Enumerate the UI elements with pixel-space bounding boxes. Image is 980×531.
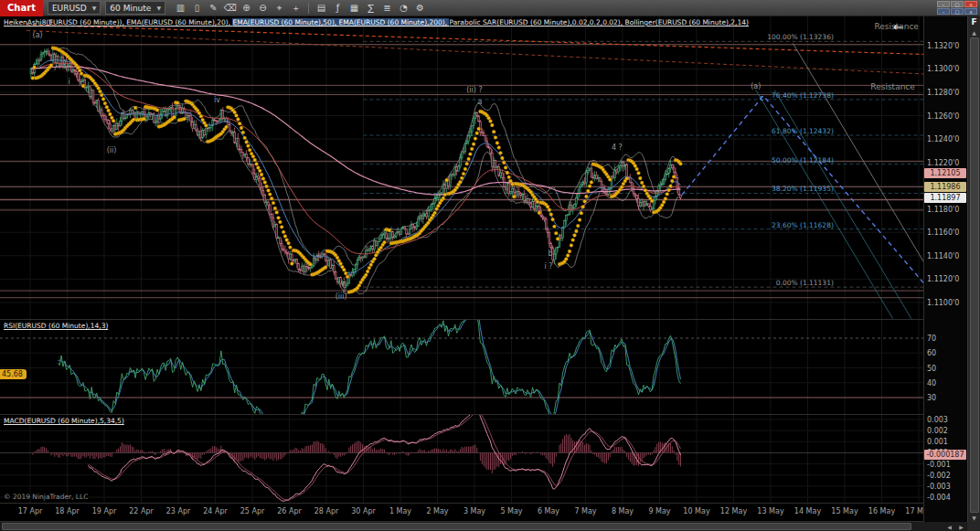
parabolic-sar-layer: [31, 47, 682, 294]
time-tick-label: 12 May: [720, 507, 747, 515]
bar-type-icon[interactable]: ▯: [189, 1, 205, 15]
go-to-last-bar-icon[interactable]: ←: [893, 21, 903, 33]
macd-label[interactable]: MACD(EURUSD (60 Minute),5,34,5): [4, 417, 124, 425]
rsi-value-badge: 45.68: [0, 369, 27, 379]
fixed-scale-indicator[interactable]: F: [971, 16, 976, 28]
time-tick-label: 24 Apr: [203, 507, 228, 515]
time-tick-label: 7 May: [574, 507, 596, 515]
price-badge: 1.11897: [924, 193, 966, 203]
indicator-label[interactable]: HeikenAshi8(EURUSD (60 Minute)), EMA(EUR…: [4, 18, 749, 27]
svg-text:(a): (a): [33, 31, 43, 39]
macd-tick-label: -0.002: [927, 472, 951, 480]
time-tick-label: 15 May: [831, 507, 858, 515]
svg-text:v: v: [341, 280, 346, 288]
eraser-icon[interactable]: ⌫: [222, 1, 238, 15]
indicator-label-segment[interactable]: EMA(EURUSD (60 Minute),20),: [126, 18, 232, 27]
macd-chart-canvas[interactable]: [0, 415, 923, 504]
app-window-controls: –□×: [937, 1, 977, 7]
chart-window-controls: –□×: [937, 8, 977, 15]
chart-restore-button[interactable]: □: [951, 8, 964, 15]
time-tick-label: 18 Apr: [55, 507, 80, 515]
print-icon[interactable]: ▤: [314, 1, 329, 15]
time-tick-label: 28 Apr: [314, 507, 339, 515]
crosshair-icon[interactable]: ⌖: [272, 1, 287, 15]
time-tick-label: 17 Apr: [18, 507, 43, 515]
chart-content: 100.00% (1.13236)76.40% (1.12738)61.80% …: [0, 16, 980, 522]
chart-style-icon[interactable]: ▥: [173, 1, 188, 15]
chart-minimize-button[interactable]: –: [937, 8, 950, 15]
copyright-text: © 2019 NinjaTrader, LLC: [4, 493, 88, 501]
price-tick-label: 1.1260'0: [927, 112, 959, 121]
time-tick-label: 10 May: [683, 507, 709, 515]
drawing-objects-icon[interactable]: ≣: [379, 1, 395, 15]
macd-panel[interactable]: MACD(EURUSD (60 Minute),5,34,5) © 2019 N…: [0, 415, 923, 504]
indicator-label-segment[interactable]: EMA(EURUSD (60 Minute),200),: [339, 18, 450, 27]
indicator-label-segment[interactable]: HeikenAshi8(EURUSD (60 Minute)),: [4, 18, 126, 27]
rsi-panel[interactable]: RSI(EURUSD (60 Minute),14,3) 45.68: [0, 320, 923, 415]
zoom-in-icon[interactable]: ⊕: [239, 1, 254, 15]
drawing-tools-icon[interactable]: ✎: [206, 1, 221, 15]
grid-layer: [0, 16, 923, 320]
horizontal-scroll-thumb[interactable]: [2, 523, 911, 530]
strategies-icon[interactable]: ∑: [363, 1, 378, 15]
alerts-icon[interactable]: ◔: [396, 1, 411, 15]
app-restore-button[interactable]: □: [951, 1, 964, 7]
scrollbar-corner: [967, 522, 980, 531]
macd-tick-label: -0.004: [927, 494, 951, 502]
svg-text:50.00% (1.12184): 50.00% (1.12184): [772, 156, 834, 165]
time-tick-label: 8 May: [612, 507, 634, 515]
window-controls: –□× –□×: [937, 0, 980, 16]
time-tick-label: 3 May: [463, 507, 485, 515]
app-close-button[interactable]: ×: [964, 1, 977, 7]
scroll-left-icon[interactable]: ◀: [943, 523, 955, 531]
rsi-tick-label: 40: [927, 379, 936, 388]
time-axis[interactable]: 17 Apr18 Apr19 Apr22 Apr23 Apr24 Apr25 A…: [0, 504, 923, 522]
indicator-label-segment[interactable]: EMA(EURUSD (60 Minute),50),: [232, 18, 338, 27]
app-minimize-button[interactable]: –: [937, 1, 950, 7]
toolbar-separator: [308, 3, 309, 14]
price-axis[interactable]: -0.000187 1.1320'01.1300'01.1280'01.1260…: [923, 16, 967, 522]
interval-select[interactable]: 60 Minute ▼: [105, 1, 165, 15]
price-badge: 1.12105: [924, 168, 966, 178]
time-tick-label: 9 May: [648, 507, 670, 515]
properties-icon[interactable]: ⚙: [412, 1, 428, 15]
fibonacci-layer: 100.00% (1.13236)76.40% (1.12738)61.80% …: [364, 33, 924, 287]
zoom-out-icon[interactable]: ⊖: [255, 1, 271, 15]
horizontal-scrollbar[interactable]: ◀ ▶: [0, 522, 980, 531]
indicator-label-segment[interactable]: Bollinger(EURUSD (60 Minute),2,14): [625, 18, 749, 27]
chart-window: Chart EURUSD ▼ 60 Minute ▼ ▥▯✎⌫⊕⊖⌖＋▤ƒ▦∑≣…: [0, 0, 980, 531]
time-tick-label: 2 May: [426, 507, 448, 515]
price-tick-label: 1.1100'0: [927, 299, 959, 307]
toolbar-icons: ▥▯✎⌫⊕⊖⌖＋▤ƒ▦∑≣◔⚙: [173, 1, 428, 15]
rsi-label[interactable]: RSI(EURUSD (60 Minute),14,3): [4, 322, 108, 330]
vertical-scrollbar[interactable]: F ▲ ▼: [967, 16, 980, 522]
price-tick-label: 1.1280'0: [927, 89, 959, 97]
instrument-value: EURUSD: [52, 4, 87, 13]
instrument-select[interactable]: EURUSD ▼: [48, 1, 101, 15]
data-series-icon[interactable]: ▦: [346, 1, 362, 15]
svg-text:100.00% (1.13236): 100.00% (1.13236): [767, 33, 834, 41]
right-column: -0.000187 1.1320'01.1300'01.1280'01.1260…: [923, 16, 980, 522]
price-tick-label: 1.1120'0: [927, 275, 959, 283]
svg-text:23.60% (1.11628): 23.60% (1.11628): [772, 221, 834, 229]
vertical-scroll-thumb[interactable]: [970, 37, 979, 513]
price-panel[interactable]: 100.00% (1.13236)76.40% (1.12738)61.80% …: [0, 16, 923, 320]
chevron-down-icon: ▼: [156, 5, 161, 11]
svg-text:(iii): (iii): [336, 292, 347, 301]
svg-text:i ?: i ?: [544, 262, 552, 271]
chart-close-button[interactable]: ×: [964, 8, 977, 15]
scroll-down-icon[interactable]: ▼: [972, 514, 976, 522]
chart-tab[interactable]: Chart: [0, 0, 43, 16]
time-tick-label: 14 May: [794, 507, 821, 515]
plots-column: 100.00% (1.13236)76.40% (1.12738)61.80% …: [0, 16, 923, 522]
indicator-label-segment[interactable]: Parabolic SAR(EURUSD (60 Minute),0.02,0.…: [449, 18, 624, 27]
macd-value-badge: -0.000187: [924, 450, 966, 460]
rsi-chart-canvas[interactable]: [0, 320, 923, 415]
scroll-up-icon[interactable]: ▲: [972, 28, 976, 37]
scroll-right-icon[interactable]: ▶: [955, 523, 967, 531]
add-icon[interactable]: ＋: [288, 1, 304, 15]
price-chart-canvas[interactable]: 100.00% (1.13236)76.40% (1.12738)61.80% …: [0, 16, 923, 320]
price-tick-label: 1.1180'0: [927, 206, 959, 214]
svg-text:(ii) ?: (ii) ?: [466, 86, 482, 94]
indicators-icon[interactable]: ƒ: [330, 1, 346, 15]
